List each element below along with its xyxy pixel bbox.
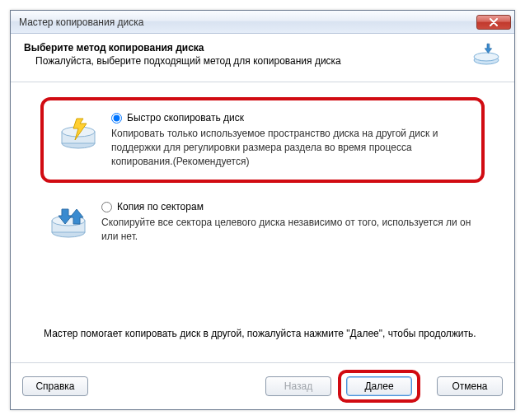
radio-sector-label[interactable]: Копия по секторам — [117, 201, 204, 212]
radio-fast-label[interactable]: Быстро скопировать диск — [127, 112, 244, 124]
disk-copy-icon — [471, 42, 501, 72]
wizard-hint: Мастер помогает копировать диск в другой… — [34, 313, 491, 356]
svg-point-1 — [474, 53, 499, 61]
option-sector-body: Копия по секторам Скопируйте все сектора… — [101, 201, 476, 244]
option-fast-body: Быстро скопировать диск Копировать тольк… — [111, 112, 466, 168]
option-sector-radio-row: Копия по секторам — [101, 201, 476, 212]
back-button[interactable]: Назад — [265, 376, 331, 396]
titlebar: Мастер копирования диска — [11, 11, 514, 34]
cancel-button[interactable]: Отмена — [437, 376, 503, 396]
close-button[interactable] — [476, 15, 511, 30]
page-title: Выберите метод копирования диска — [24, 42, 465, 54]
next-button-highlight: Далее — [338, 370, 420, 403]
radio-sector-copy[interactable] — [101, 202, 112, 212]
wizard-footer: Справка Назад Далее Отмена — [11, 362, 514, 409]
wizard-content: Быстро скопировать диск Копировать тольк… — [11, 82, 514, 362]
window-title: Мастер копирования диска — [19, 16, 476, 28]
close-icon — [489, 18, 499, 26]
option-fast-copy: Быстро скопировать диск Копировать тольк… — [40, 97, 485, 183]
option-sector-copy: Копия по секторам Скопируйте все сектора… — [34, 189, 491, 255]
option-fast-radio-row: Быстро скопировать диск — [111, 112, 466, 124]
sector-copy-disk-icon — [49, 201, 88, 240]
page-subtitle: Пожалуйста, выберите подходящий метод дл… — [24, 55, 465, 67]
fast-copy-disk-icon — [59, 112, 98, 152]
option-fast-description: Копировать только используемое пространс… — [111, 127, 466, 168]
help-button[interactable]: Справка — [22, 376, 88, 396]
header-text: Выберите метод копирования диска Пожалуй… — [24, 42, 465, 67]
wizard-header: Выберите метод копирования диска Пожалуй… — [11, 34, 514, 82]
radio-fast-copy[interactable] — [111, 113, 122, 124]
option-sector-description: Скопируйте все сектора целевого диска не… — [101, 216, 476, 244]
next-button[interactable]: Далее — [346, 376, 412, 396]
wizard-window: Мастер копирования диска Выберите метод … — [10, 10, 515, 410]
